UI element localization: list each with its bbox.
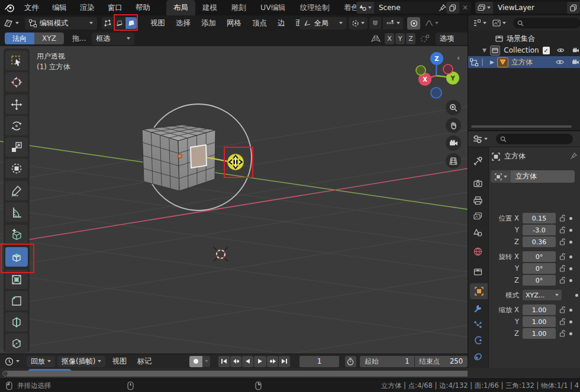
animate-dot-icon[interactable]: [569, 241, 572, 244]
scrollbar-left-handle[interactable]: [2, 371, 8, 377]
tab-tool[interactable]: [468, 153, 488, 169]
tool-measure[interactable]: [5, 202, 28, 222]
tab-modifiers[interactable]: [468, 300, 488, 316]
play-button[interactable]: [254, 356, 266, 367]
select-box-mode-dropdown[interactable]: 框选: [92, 33, 134, 45]
current-frame-field[interactable]: 1: [299, 356, 339, 367]
lock-open-icon[interactable]: [559, 330, 566, 337]
outliner-row-cube[interactable]: | ▶ 立方体: [468, 56, 580, 68]
cube-mesh[interactable]: [142, 125, 215, 191]
menu-help[interactable]: 帮助: [129, 3, 157, 13]
tab-world[interactable]: [468, 244, 488, 260]
outliner-scrollbar[interactable]: [471, 125, 572, 128]
tool-rotate[interactable]: [5, 116, 28, 135]
snap-target-dropdown[interactable]: [383, 17, 403, 30]
tool-annotate[interactable]: [5, 181, 28, 200]
unlink-scene-button[interactable]: ✕: [459, 2, 471, 14]
vertex-select-button[interactable]: [102, 17, 113, 29]
location-z-field[interactable]: 0.36: [523, 237, 556, 247]
jump-to-end-button[interactable]: [279, 356, 290, 367]
lock-open-icon[interactable]: [559, 215, 566, 222]
extrude-normal-button[interactable]: 法向: [5, 33, 34, 44]
mirror-icon[interactable]: [370, 34, 381, 43]
tab-constraints[interactable]: [468, 349, 488, 365]
frame-end-field[interactable]: 结束点 250: [415, 356, 468, 367]
tool-loop-cut[interactable]: [5, 312, 28, 332]
outliner-row-collection[interactable]: ▼ Collection ✓: [468, 44, 580, 56]
viewport-3d[interactable]: 用户透视 (1) 立方体 Z X Y: [0, 46, 468, 354]
scale-y-field[interactable]: 1.00: [523, 316, 556, 327]
animate-dot-icon[interactable]: [569, 320, 572, 323]
lock-open-icon[interactable]: [559, 238, 566, 245]
gizmo-minus-z-ball[interactable]: [431, 88, 442, 98]
tool-cursor[interactable]: [5, 72, 28, 92]
animate-dot-icon[interactable]: [569, 255, 572, 258]
lock-open-icon[interactable]: [559, 265, 566, 272]
breadcrumb-object-name[interactable]: 立方体: [504, 151, 526, 161]
outliner-filter-dropdown[interactable]: [492, 20, 506, 27]
camera-view-button[interactable]: [446, 135, 461, 151]
frame-start-field[interactable]: 起始 1: [360, 356, 414, 367]
object-name-field[interactable]: 立方体: [511, 170, 575, 183]
outliner-display-mode-dropdown[interactable]: [473, 20, 486, 27]
menu-edge[interactable]: 边: [272, 18, 291, 28]
timeline-menu-view[interactable]: 视图: [105, 357, 133, 367]
playback-dropdown[interactable]: 回放: [27, 356, 55, 367]
zoom-button[interactable]: [446, 100, 461, 115]
eye-icon[interactable]: [556, 59, 564, 65]
editor-type-button[interactable]: [4, 19, 19, 27]
new-viewlayer-button[interactable]: [567, 2, 580, 14]
proportional-editing-toggle[interactable]: [407, 17, 420, 30]
tab-physics[interactable]: [468, 332, 488, 348]
tab-collection[interactable]: [468, 264, 488, 280]
tool-move[interactable]: [5, 95, 28, 114]
menu-view[interactable]: 视图: [145, 18, 170, 28]
lock-open-icon[interactable]: [559, 226, 566, 234]
location-y-field[interactable]: -3.0: [523, 225, 556, 235]
pan-button[interactable]: [446, 118, 461, 133]
properties-editor-type-button[interactable]: [473, 135, 488, 143]
mirror-z-button[interactable]: Z: [406, 33, 415, 44]
camera-restrict-icon[interactable]: [572, 59, 579, 65]
animate-dot-icon[interactable]: [569, 279, 572, 282]
tool-knife[interactable]: [5, 333, 28, 353]
pivot-point-dropdown[interactable]: [349, 17, 368, 30]
jump-to-start-button[interactable]: [218, 356, 230, 367]
workspace-tab-texture-paint[interactable]: 纹理绘制: [293, 0, 337, 15]
animate-dot-icon[interactable]: [569, 309, 572, 312]
outliner-search-input[interactable]: [513, 18, 580, 28]
lock-open-icon[interactable]: [559, 277, 566, 284]
animate-dot-icon[interactable]: [575, 294, 578, 297]
new-scene-button[interactable]: [446, 2, 459, 14]
tab-output[interactable]: [468, 192, 488, 208]
gizmo-minus-x-ball[interactable]: [443, 64, 453, 74]
viewlayer-name[interactable]: ViewLayer: [493, 4, 567, 12]
mirror-y-button[interactable]: Y: [395, 33, 405, 44]
animate-dot-icon[interactable]: [569, 332, 572, 335]
keying-dropdown[interactable]: 抠像(插帧): [57, 356, 105, 367]
menu-vertex[interactable]: 顶点: [247, 18, 272, 28]
menu-mesh[interactable]: 网格: [221, 18, 247, 28]
menu-edit[interactable]: 编辑: [46, 3, 73, 13]
lock-open-icon[interactable]: [559, 318, 566, 325]
animate-dot-icon[interactable]: [569, 217, 572, 220]
gizmo-minus-y-ball[interactable]: [416, 66, 426, 75]
rotation-x-field[interactable]: 0°: [523, 251, 556, 262]
workspace-tab-uv[interactable]: UV编辑: [253, 0, 293, 15]
scene-name[interactable]: Scene: [374, 4, 439, 12]
workspace-tab-layout[interactable]: 布局: [166, 0, 195, 15]
tool-select-box[interactable]: [5, 51, 28, 70]
location-x-field[interactable]: 0.15: [523, 213, 556, 223]
lock-open-icon[interactable]: [559, 306, 566, 313]
tool-transform[interactable]: [5, 158, 28, 178]
viewlayer-browse-button[interactable]: [475, 2, 493, 14]
menu-add[interactable]: 添加: [196, 18, 221, 28]
lock-open-icon[interactable]: [559, 253, 566, 260]
scale-z-field[interactable]: 1.00: [523, 328, 556, 339]
proportional-falloff-dropdown[interactable]: [422, 17, 442, 30]
extrude-xyz-button[interactable]: XYZ: [34, 33, 64, 44]
timeline-scrub-area[interactable]: [0, 368, 468, 379]
collapse-arrow-icon[interactable]: ▼: [482, 47, 486, 53]
animate-dot-icon[interactable]: [569, 267, 572, 270]
rotation-y-field[interactable]: 0°: [523, 263, 556, 274]
